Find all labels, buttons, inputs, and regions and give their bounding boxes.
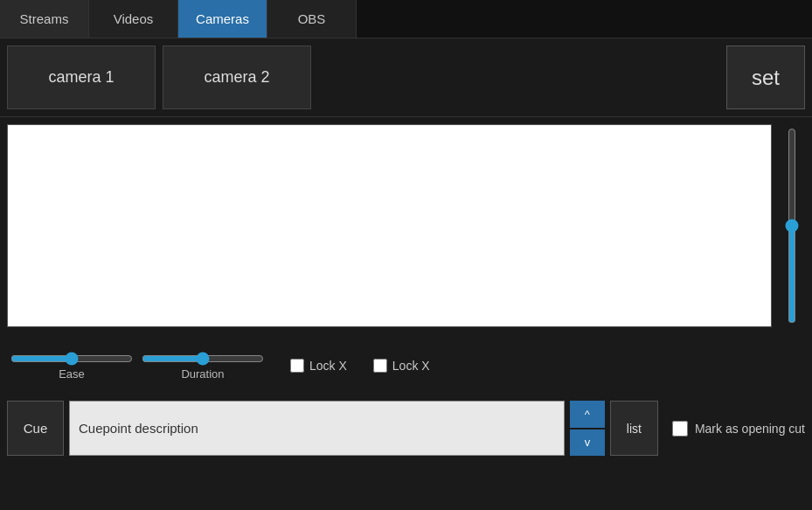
down-button[interactable]: v bbox=[570, 430, 605, 457]
duration-slider[interactable] bbox=[142, 352, 264, 366]
camera1-button[interactable]: camera 1 bbox=[7, 45, 156, 109]
mark-opening-cut-checkbox[interactable] bbox=[672, 421, 688, 437]
duration-slider-group: Duration bbox=[142, 352, 264, 381]
ease-slider-group: Ease bbox=[10, 352, 133, 381]
camera2-button[interactable]: camera 2 bbox=[163, 45, 311, 109]
list-button[interactable]: list bbox=[610, 401, 658, 456]
ease-label: Ease bbox=[59, 367, 85, 381]
bottom-row: Cue ^ v list Mark as opening cut bbox=[0, 395, 812, 461]
lock-x-label-1: Lock X bbox=[309, 359, 347, 373]
lock-x-checkbox-1[interactable] bbox=[290, 359, 304, 373]
camera-section: camera 1 camera 2 set bbox=[0, 38, 812, 117]
tab-bar: Streams Videos Cameras OBS bbox=[0, 0, 812, 38]
tab-streams[interactable]: Streams bbox=[0, 0, 89, 38]
cuepoint-input[interactable] bbox=[69, 401, 565, 456]
updown-buttons: ^ v bbox=[570, 401, 605, 456]
up-button[interactable]: ^ bbox=[570, 401, 605, 428]
lock-x-group-1: Lock X bbox=[290, 359, 347, 373]
cue-button[interactable]: Cue bbox=[7, 401, 64, 456]
camera-spacer bbox=[315, 38, 719, 116]
mark-label: Mark as opening cut bbox=[695, 422, 805, 436]
lock-x-checkbox-2[interactable] bbox=[373, 359, 387, 373]
preview-canvas bbox=[7, 124, 772, 327]
ease-slider[interactable] bbox=[10, 352, 133, 366]
controls-row: Ease Duration Lock X Lock X bbox=[0, 334, 812, 395]
duration-label: Duration bbox=[181, 367, 224, 381]
tab-cameras[interactable]: Cameras bbox=[178, 0, 267, 38]
tab-obs[interactable]: OBS bbox=[267, 0, 357, 38]
vertical-slider[interactable] bbox=[780, 128, 804, 324]
mark-group: Mark as opening cut bbox=[672, 401, 805, 456]
tab-videos[interactable]: Videos bbox=[89, 0, 178, 38]
lock-x-label-2: Lock X bbox=[392, 359, 430, 373]
preview-row bbox=[0, 117, 812, 334]
lock-x-group-2: Lock X bbox=[373, 359, 430, 373]
set-button[interactable]: set bbox=[726, 45, 805, 109]
vertical-slider-container bbox=[779, 124, 805, 327]
